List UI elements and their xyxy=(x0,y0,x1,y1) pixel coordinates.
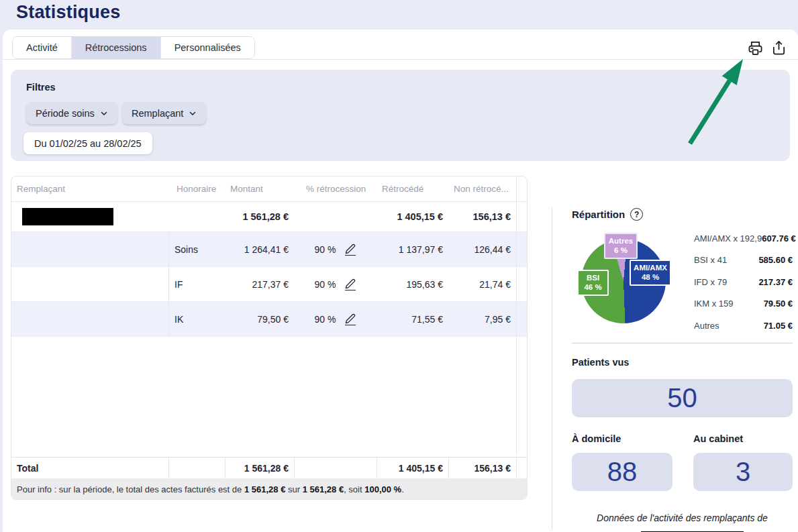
row-retrocede: 1 137,97 € xyxy=(377,244,448,255)
edit-pct-button[interactable] xyxy=(345,244,356,256)
col-non-retrocede: Non rétrocé... xyxy=(448,184,516,194)
col-retrocede: Rétrocédé xyxy=(377,184,448,194)
legend-item: AMI/AMX x 192,9 607.76 € xyxy=(694,227,793,250)
row-pct: 90 % xyxy=(315,244,336,255)
retrocessions-table: Remplaçant Honoraire Montant % rétrocess… xyxy=(11,176,528,500)
home-label: À domicile xyxy=(572,433,621,444)
tab-personnalisees[interactable]: Personnalisées xyxy=(160,37,254,58)
table-info-footer: Pour info : sur la période, le total des… xyxy=(11,478,527,500)
table-row-soins: Soins 1 264,41 € 90 % 1 137,97 € 126,44 … xyxy=(11,232,527,267)
patients-seen-card: 50 xyxy=(572,379,793,417)
activity-footnote: Données de l'activité des remplaçants de xyxy=(572,513,793,523)
filters-title: Filtres xyxy=(26,82,56,93)
pie-label-autres: Autres6 % xyxy=(604,233,638,259)
tabbar-divider xyxy=(3,59,798,60)
summary-non-retrocede: 156,13 € xyxy=(448,211,516,222)
row-non-retrocede: 7,95 € xyxy=(448,314,516,325)
col-pct-retrocession: % rétrocession xyxy=(294,184,377,194)
honoraire-type: IF xyxy=(168,267,225,301)
substitute-filter-label: Remplaçant xyxy=(132,108,183,119)
office-count-value: 3 xyxy=(736,457,750,487)
share-export-icon xyxy=(771,40,787,56)
table-row-remplacant-summary[interactable]: 1 561,28 € 1 405,15 € 156,13 € xyxy=(11,202,527,232)
table-row-ik: IK 79,50 € 90 % 71,55 € 7,95 € xyxy=(11,302,527,337)
stats-side-panel: Répartition ? Autres6 % BSI46 % AMI/AMX4… xyxy=(572,205,793,532)
home-count-value: 88 xyxy=(607,457,638,487)
total-label: Total xyxy=(11,458,168,478)
home-count-card: 88 xyxy=(572,453,672,491)
row-montant: 1 264,41 € xyxy=(225,244,294,255)
legend-item: IFD x 79 217.37 € xyxy=(694,271,793,293)
page-title: Statistiques xyxy=(16,2,120,23)
summary-montant: 1 561,28 € xyxy=(225,211,294,222)
col-honoraire: Honoraire xyxy=(168,184,225,194)
period-filter-dropdown[interactable]: Période soins xyxy=(26,102,117,124)
main-content-card: Activité Rétrocessions Personnalisées Fi… xyxy=(3,30,798,532)
redacted-remplacant-name xyxy=(11,208,168,225)
row-montant: 79,50 € xyxy=(225,314,294,325)
tab-activite[interactable]: Activité xyxy=(13,37,71,58)
row-non-retrocede: 126,44 € xyxy=(448,244,516,255)
repartition-legend: AMI/AMX x 192,9 607.76 € BSI x 41 585.60… xyxy=(694,227,793,337)
col-remplacant: Remplaçant xyxy=(11,184,168,194)
row-non-retrocede: 21,74 € xyxy=(448,279,516,290)
pencil-edit-icon xyxy=(345,313,356,324)
summary-retrocede: 1 405,15 € xyxy=(377,211,448,222)
legend-item: Autres 71.05 € xyxy=(694,315,793,337)
office-label: Au cabinet xyxy=(693,433,743,444)
question-circle-icon[interactable]: ? xyxy=(630,208,643,221)
repartition-title: Répartition xyxy=(572,209,625,220)
total-retrocede: 1 405,15 € xyxy=(377,458,448,478)
pencil-edit-icon xyxy=(345,278,356,289)
row-retrocede: 71,55 € xyxy=(377,314,448,325)
pencil-edit-icon xyxy=(345,244,356,254)
pie-label-bsi: BSI46 % xyxy=(577,270,609,296)
total-non-retrocede: 156,13 € xyxy=(448,458,516,478)
legend-item: IKM x 159 79.50 € xyxy=(694,293,793,315)
pie-label-ami-amx: AMI/AMX48 % xyxy=(630,260,671,286)
total-montant: 1 561,28 € xyxy=(225,458,294,478)
table-row-if: IF 217,37 € 90 % 195,63 € 21,74 € xyxy=(11,267,527,302)
table-header-row: Remplaçant Honoraire Montant % rétrocess… xyxy=(11,176,527,202)
legend-item: BSI x 41 585.60 € xyxy=(694,250,793,272)
table-total-row: Total 1 561,28 € 1 405,15 € 156,13 € xyxy=(11,457,527,478)
print-button[interactable] xyxy=(746,38,764,57)
panel-divider xyxy=(552,207,552,529)
patients-seen-label: Patients vus xyxy=(572,357,629,368)
tab-bar: Activité Rétrocessions Personnalisées xyxy=(12,36,255,59)
patients-seen-value: 50 xyxy=(667,383,697,413)
chevron-down-icon xyxy=(100,109,108,117)
row-montant: 217,37 € xyxy=(225,279,294,290)
honoraire-type: IK xyxy=(168,302,225,336)
table-empty-space xyxy=(11,337,527,457)
col-montant: Montant xyxy=(225,184,294,194)
row-pct: 90 % xyxy=(315,279,336,290)
printer-icon xyxy=(748,40,763,56)
row-pct: 90 % xyxy=(315,314,336,325)
tab-retrocessions[interactable]: Rétrocessions xyxy=(71,37,160,58)
section-divider xyxy=(572,343,793,343)
date-range-chip[interactable]: Du 01/02/25 au 28/02/25 xyxy=(23,132,152,154)
substitute-filter-dropdown[interactable]: Remplaçant xyxy=(122,102,206,124)
row-retrocede: 195,63 € xyxy=(377,279,448,290)
honoraire-type: Soins xyxy=(168,232,225,266)
export-button[interactable] xyxy=(769,38,788,57)
chevron-down-icon xyxy=(189,109,197,117)
filters-panel: Filtres Période soins Remplaçant Du 01/0… xyxy=(11,70,790,161)
office-count-card: 3 xyxy=(693,453,793,491)
edit-pct-button[interactable] xyxy=(345,278,356,290)
edit-pct-button[interactable] xyxy=(345,313,356,325)
period-filter-label: Période soins xyxy=(36,108,95,119)
